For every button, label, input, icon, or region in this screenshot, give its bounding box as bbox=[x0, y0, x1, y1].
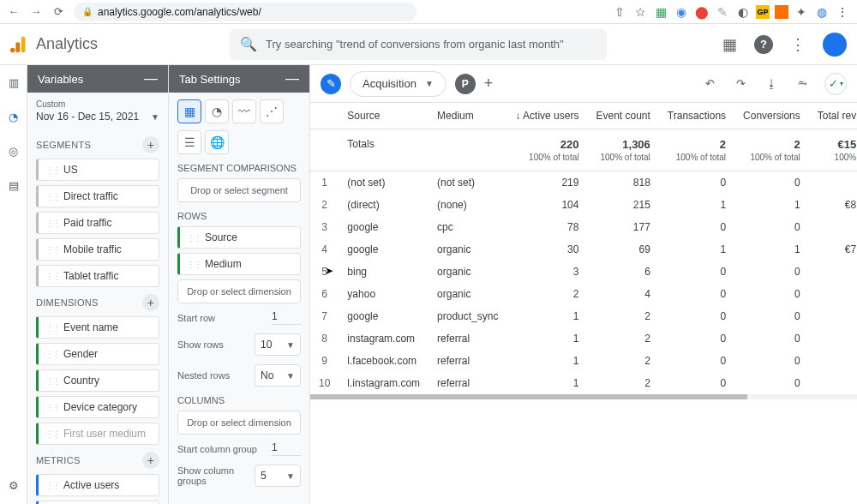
sample-status-badge[interactable]: ✓▾ bbox=[824, 73, 847, 95]
ext-3-icon[interactable]: ⬤ bbox=[694, 4, 710, 20]
show-col-groups-select[interactable]: 5▼ bbox=[255, 465, 301, 487]
chip-gender[interactable]: ⋮⋮Gender bbox=[36, 343, 159, 365]
bar-viz-button[interactable]: ☰ bbox=[177, 130, 201, 154]
col-event-count[interactable]: Event count bbox=[587, 103, 658, 129]
puzzle-icon[interactable]: ✦ bbox=[794, 4, 809, 20]
column-dimension-drop-zone[interactable]: Drop or select dimension bbox=[177, 411, 301, 435]
back-button[interactable]: ← bbox=[7, 5, 21, 19]
geo-viz-button[interactable]: 🌐 bbox=[205, 130, 229, 154]
chip-tablet-traffic[interactable]: ⋮⋮Tablet traffic bbox=[36, 265, 159, 287]
chip-first-user-medium[interactable]: ⋮⋮First user medium bbox=[36, 423, 159, 445]
ext-2-icon[interactable]: ◉ bbox=[674, 4, 689, 20]
table-header-row: Source Medium ↓ Active users Event count… bbox=[310, 103, 857, 129]
drag-handle-icon: ⋮⋮ bbox=[187, 260, 201, 269]
ext-8-icon[interactable]: ◍ bbox=[814, 4, 830, 20]
rail-target-icon[interactable]: ◎ bbox=[5, 142, 22, 159]
chip-event-count[interactable]: ⋮⋮Event count bbox=[36, 501, 159, 504]
chip-direct-traffic[interactable]: ⋮⋮Direct traffic bbox=[36, 185, 159, 207]
col-total-revenue[interactable]: Total rev bbox=[809, 103, 857, 129]
add-tab-button[interactable]: + bbox=[484, 75, 494, 93]
horizontal-scrollbar[interactable] bbox=[310, 394, 857, 399]
rail-library-icon[interactable]: ▤ bbox=[5, 177, 22, 194]
drag-handle-icon: ⋮⋮ bbox=[45, 376, 59, 386]
table-row[interactable]: 2(direct)(none)10421511€8 bbox=[310, 194, 857, 216]
drag-handle-icon: ⋮⋮ bbox=[45, 165, 59, 175]
collapse-tabsettings-button[interactable]: — bbox=[285, 71, 299, 87]
settings-icon[interactable]: ⚙ bbox=[5, 477, 22, 494]
rail-explore-icon[interactable]: ◔ bbox=[5, 108, 22, 125]
avatar[interactable] bbox=[823, 33, 847, 57]
col-active-users[interactable]: ↓ Active users bbox=[506, 103, 587, 129]
share-icon[interactable]: ⇧ bbox=[612, 4, 627, 20]
table-row[interactable]: 4googleorganic306911€7 bbox=[310, 238, 857, 261]
drag-handle-icon: ⋮⋮ bbox=[45, 192, 59, 201]
redo-button[interactable]: ↷ bbox=[732, 75, 749, 93]
col-source[interactable]: Source bbox=[339, 103, 428, 129]
tab-name-pill[interactable]: Acquisition ▼ bbox=[350, 71, 446, 97]
menu-icon[interactable]: ⋮ bbox=[835, 4, 850, 20]
reload-button[interactable]: ⟳ bbox=[51, 5, 65, 19]
url-text: analytics.google.com/analytics/web/ bbox=[98, 6, 261, 18]
table-row[interactable]: 9l.facebook.comreferral1200 bbox=[310, 350, 857, 372]
chip-paid-traffic[interactable]: ⋮⋮Paid traffic bbox=[36, 212, 159, 234]
scatter-viz-button[interactable]: ⋰ bbox=[260, 99, 284, 123]
more-icon[interactable]: ⋮ bbox=[788, 35, 807, 54]
edit-tab-button[interactable]: ✎ bbox=[321, 74, 341, 94]
share-button[interactable]: ⥲ bbox=[794, 75, 811, 93]
chip-mobile-traffic[interactable]: ⋮⋮Mobile traffic bbox=[36, 238, 159, 261]
help-icon[interactable]: ? bbox=[754, 35, 773, 54]
chip-device-category[interactable]: ⋮⋮Device category bbox=[36, 396, 159, 418]
start-row-input[interactable]: 1 bbox=[272, 310, 301, 325]
profile-badge[interactable]: P bbox=[455, 74, 476, 94]
start-col-group-input[interactable]: 1 bbox=[272, 441, 301, 456]
add-segment-button[interactable]: + bbox=[142, 136, 159, 153]
table-row[interactable]: 3googlecpc7817700 bbox=[310, 216, 857, 238]
drag-handle-icon: ⋮⋮ bbox=[45, 219, 59, 228]
line-viz-button[interactable]: 〰 bbox=[232, 99, 256, 123]
left-rail: ▥ ◔ ◎ ▤ ⚙ bbox=[0, 65, 27, 504]
nested-rows-select[interactable]: No▼ bbox=[255, 364, 301, 387]
col-conversions[interactable]: Conversions bbox=[734, 103, 809, 129]
rail-bar-chart-icon[interactable]: ▥ bbox=[5, 74, 22, 91]
logo-block[interactable]: Analytics bbox=[10, 35, 98, 54]
columns-label: COLUMNS bbox=[177, 395, 301, 405]
search-box[interactable]: 🔍 Try searching "trend of conversions fr… bbox=[230, 29, 607, 60]
chip-source[interactable]: ⋮⋮Source bbox=[177, 226, 301, 249]
ext-4-icon[interactable]: ✎ bbox=[715, 4, 730, 20]
apps-icon[interactable]: ▦ bbox=[720, 35, 739, 54]
chip-event-name[interactable]: ⋮⋮Event name bbox=[36, 316, 159, 339]
date-range-selector[interactable]: Nov 16 - Dec 15, 2021 ▼ bbox=[36, 111, 159, 123]
table-viz-button[interactable]: ▦ bbox=[177, 99, 201, 123]
add-dimension-button[interactable]: + bbox=[142, 294, 159, 311]
show-rows-select[interactable]: 10▼ bbox=[255, 333, 301, 356]
download-button[interactable]: ⭳ bbox=[763, 75, 780, 93]
table-row[interactable]: 10l.instagram.comreferral1200 bbox=[310, 372, 857, 394]
undo-button[interactable]: ↶ bbox=[701, 75, 718, 93]
segment-drop-zone[interactable]: Drop or select segment bbox=[177, 178, 301, 202]
chip-active-users[interactable]: ⋮⋮Active users bbox=[36, 474, 159, 496]
col-transactions[interactable]: Transactions bbox=[659, 103, 734, 129]
col-medium[interactable]: Medium bbox=[428, 103, 506, 129]
table-row[interactable]: 5bingorganic3600 bbox=[310, 261, 857, 283]
chip-medium[interactable]: ⋮⋮Medium bbox=[177, 253, 301, 275]
donut-viz-button[interactable]: ◔ bbox=[205, 99, 229, 123]
ext-1-icon[interactable]: ▦ bbox=[653, 4, 668, 20]
drag-handle-icon: ⋮⋮ bbox=[45, 323, 59, 333]
table-row[interactable]: 7googleproduct_sync1200 bbox=[310, 305, 857, 327]
drag-handle-icon: ⋮⋮ bbox=[45, 403, 59, 412]
ext-6-icon[interactable]: GP bbox=[756, 5, 770, 19]
star-icon[interactable]: ☆ bbox=[632, 4, 648, 20]
chip-country[interactable]: ⋮⋮Country bbox=[36, 369, 159, 392]
url-bar[interactable]: 🔒 analytics.google.com/analytics/web/ bbox=[74, 3, 417, 21]
collapse-variables-button[interactable]: — bbox=[144, 71, 158, 87]
chip-us[interactable]: ⋮⋮US bbox=[36, 159, 159, 181]
ext-5-icon[interactable]: ◐ bbox=[735, 4, 751, 20]
forward-button[interactable]: → bbox=[29, 5, 43, 19]
add-metric-button[interactable]: + bbox=[142, 452, 159, 469]
dimension-drop-zone[interactable]: Drop or select dimension bbox=[177, 279, 301, 303]
totals-row: Totals 220100% of total 1,306100% of tot… bbox=[310, 129, 857, 171]
table-row[interactable]: 8instagram.comreferral1200 bbox=[310, 327, 857, 350]
table-row[interactable]: 1(not set)(not set)21981800 bbox=[310, 171, 857, 195]
ext-7-icon[interactable] bbox=[775, 5, 788, 19]
table-row[interactable]: 6yahooorganic2400 bbox=[310, 283, 857, 305]
